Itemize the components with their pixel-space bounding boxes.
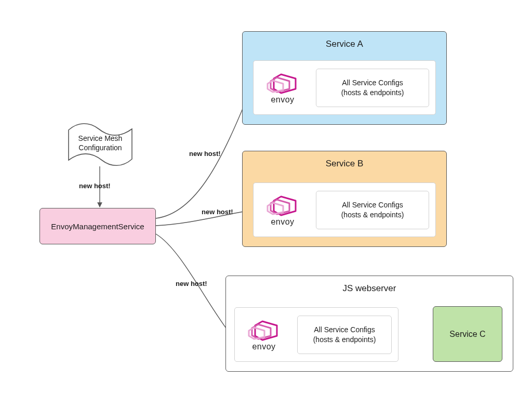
- service-b-title: Service B: [243, 151, 446, 169]
- config-box-serviceA: All Service Configs (hosts & endpoints): [316, 69, 429, 107]
- config-line2: (hosts & endpoints): [341, 88, 404, 97]
- service-c-label: Service C: [449, 330, 485, 339]
- config-line1: All Service Configs: [314, 325, 375, 334]
- envoy-icon: [265, 71, 300, 95]
- config-line2: (hosts & endpoints): [313, 335, 376, 344]
- envoy-icon: [247, 318, 281, 342]
- config-line1: All Service Configs: [342, 78, 403, 87]
- envoy-management-service-label: EnvoyManagementService: [51, 222, 144, 231]
- envoy-logo-serviceB: envoy: [260, 189, 305, 231]
- envoy-logo-serviceA: envoy: [260, 67, 305, 109]
- config-line2: (hosts & endpoints): [341, 210, 404, 219]
- envoy-management-service-node: EnvoyManagementService: [39, 208, 156, 244]
- service-mesh-config-doc: Service Mesh Configuration: [66, 121, 134, 166]
- doc-line2: Configuration: [78, 143, 122, 152]
- doc-line1: Service Mesh: [78, 134, 123, 142]
- envoy-icon: [265, 193, 300, 217]
- service-b-inner: envoy All Service Configs (hosts & endpo…: [253, 182, 436, 237]
- js-webserver-title: JS webserver: [226, 276, 513, 294]
- service-mesh-config-text: Service Mesh Configuration: [70, 134, 131, 152]
- envoy-wordmark: envoy: [271, 95, 294, 104]
- edge-label-ems-to-jsws: new host!: [176, 280, 207, 288]
- service-c-node: Service C: [433, 306, 502, 362]
- edge-label-ems-to-serviceA: new host!: [189, 150, 221, 158]
- edge-label-ems-to-serviceB: new host!: [202, 208, 233, 216]
- envoy-logo-jsws: envoy: [241, 314, 287, 356]
- config-box-jsws: All Service Configs (hosts & endpoints): [297, 316, 392, 354]
- js-webserver-container: JS webserver envoy All Service Configs (…: [225, 276, 513, 372]
- diagram-canvas: Service Mesh Configuration new host! new…: [0, 0, 532, 405]
- config-box-serviceB: All Service Configs (hosts & endpoints): [316, 191, 429, 229]
- service-a-container: Service A envoy All Service Configs (hos…: [242, 31, 447, 125]
- envoy-wordmark: envoy: [252, 342, 275, 351]
- edge-label-mesh-to-ems: new host!: [79, 182, 111, 190]
- envoy-wordmark: envoy: [271, 217, 294, 227]
- service-b-container: Service B envoy All Service Configs (hos…: [242, 151, 447, 247]
- service-a-inner: envoy All Service Configs (hosts & endpo…: [253, 60, 436, 115]
- js-webserver-inner: envoy All Service Configs (hosts & endpo…: [234, 307, 398, 362]
- config-line1: All Service Configs: [342, 200, 403, 210]
- service-a-title: Service A: [243, 32, 446, 49]
